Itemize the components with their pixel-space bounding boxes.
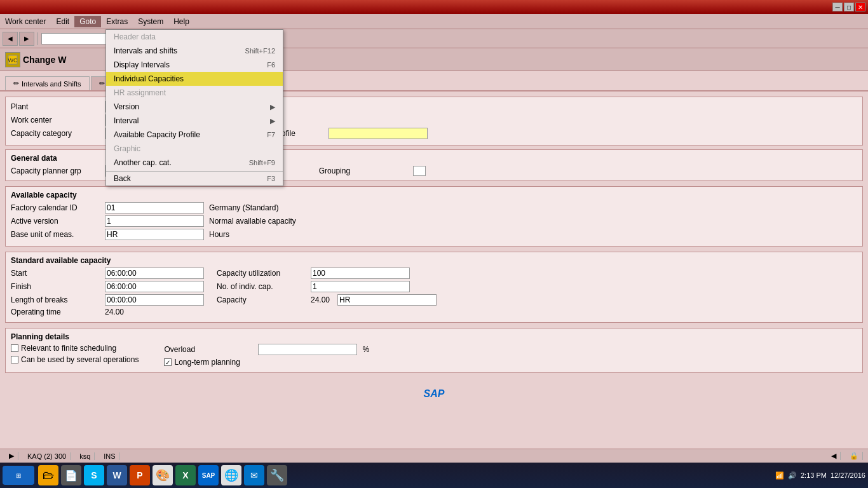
grouping-row: Grouping — [319, 166, 426, 176]
status-session: KAQ (2) 300 — [24, 452, 71, 460]
no-indiv-cap-input[interactable] — [311, 281, 410, 292]
standard-capacity-left: Start Finish Length of breaks Operating … — [11, 268, 204, 318]
dropdown-version[interactable]: Version ▶ — [106, 100, 283, 114]
start-label: Start — [11, 269, 100, 278]
grouping-label: Grouping — [319, 166, 408, 175]
factory-calendar-desc: Germany (Standard) — [209, 203, 278, 212]
can-be-used-checkbox[interactable] — [11, 356, 18, 363]
taskbar-icon-sap[interactable]: SAP — [198, 465, 219, 485]
length-breaks-label: Length of breaks — [11, 295, 100, 304]
active-version-input[interactable] — [105, 215, 204, 227]
capacity-utilization-label: Capacity utilization — [217, 269, 306, 278]
dropdown-interval[interactable]: Interval ▶ — [106, 114, 283, 128]
sap-logo-area: SAP — [5, 386, 863, 402]
work-center-label: Work center — [11, 116, 100, 125]
sap-logo: SAP — [5, 386, 863, 402]
active-version-desc: Normal available capacity — [209, 217, 296, 226]
start-input[interactable] — [105, 268, 204, 279]
menu-help[interactable]: Help — [168, 16, 194, 27]
dropdown-intervals-shifts[interactable]: Intervals and shifts Shift+F12 — [106, 44, 283, 58]
available-capacity-title: Available capacity — [11, 191, 857, 200]
taskbar-volume-icon: 🔊 — [788, 471, 797, 480]
dropdown-another-cap[interactable]: Another cap. cat. Shift+F9 — [106, 156, 283, 170]
factory-calendar-input[interactable] — [105, 202, 204, 214]
overload-row: Overload % — [164, 344, 369, 355]
planning-details-title: Planning details — [11, 332, 857, 341]
active-version-row: Active version Normal available capacity — [11, 215, 857, 227]
tab-intervals-shifts-icon: ✏ — [13, 79, 19, 88]
goto-dropdown-menu: Header data Intervals and shifts Shift+F… — [105, 29, 283, 186]
menu-extras[interactable]: Extras — [101, 16, 133, 27]
title-bar: ─ □ ✕ — [0, 0, 868, 14]
taskbar-icon-word[interactable]: W — [107, 465, 127, 485]
finish-input[interactable] — [105, 281, 204, 292]
taskbar-icon-outlook[interactable]: ✉ — [244, 465, 264, 485]
base-unit-row: Base unit of meas. Hours — [11, 229, 857, 240]
plant-label: Plant — [11, 102, 100, 111]
start-button[interactable]: ⊞ — [3, 466, 34, 485]
planning-details-right: Overload % Long-term planning — [164, 344, 369, 369]
dropdown-display-intervals[interactable]: Display Intervals F6 — [106, 58, 283, 72]
can-be-used-row: Can be used by several operations — [11, 355, 139, 364]
factory-calendar-label: Factory calendar ID — [11, 203, 100, 212]
standard-capacity-section: Standard available capacity Start Finish… — [5, 252, 863, 323]
standard-capacity-title: Standard available capacity — [11, 256, 857, 265]
svg-text:WC: WC — [8, 57, 18, 64]
taskbar-icon-excel[interactable]: X — [175, 465, 196, 485]
capacity-category-label: Capacity category — [11, 129, 100, 138]
menu-system[interactable]: System — [133, 16, 168, 27]
planning-details-content: Relevant to finite scheduling Can be use… — [11, 344, 857, 369]
taskbar-icon-skype[interactable]: S — [84, 465, 104, 485]
close-button[interactable]: ✕ — [855, 3, 865, 11]
dropdown-available-capacity-profile[interactable]: Available Capacity Profile F7 — [106, 128, 283, 142]
planning-details-section: Planning details Relevant to finite sche… — [5, 328, 863, 373]
available-capacity-profile-input[interactable] — [329, 128, 428, 139]
menu-bar: Work center Edit Goto Extras System Help… — [0, 14, 868, 29]
taskbar-icon-paint[interactable]: 🎨 — [153, 465, 173, 485]
back-button[interactable]: ◀ — [3, 32, 18, 46]
tab-reference-icon: ✏ — [99, 79, 105, 88]
taskbar-icon-chrome[interactable]: 🌐 — [221, 465, 241, 485]
forward-button[interactable]: ▶ — [19, 32, 34, 46]
taskbar-icon-docs[interactable]: 📄 — [61, 465, 81, 485]
taskbar: ⊞ 🗁 📄 S W P 🎨 X SAP 🌐 ✉ 🔧 📶 🔊 2:13 PM 12… — [0, 463, 868, 488]
taskbar-icon-files[interactable]: 🗁 — [38, 465, 58, 485]
finish-label: Finish — [11, 282, 100, 291]
taskbar-icon-powerpoint[interactable]: P — [130, 465, 150, 485]
taskbar-icon-tool[interactable]: 🔧 — [267, 465, 287, 485]
dropdown-hr-assignment: HR assignment — [106, 86, 283, 100]
length-breaks-input[interactable] — [105, 294, 204, 306]
taskbar-network-icon: 📶 — [775, 471, 784, 480]
dropdown-individual-capacities[interactable]: Individual Capacities — [106, 72, 283, 86]
grouping-input[interactable] — [413, 166, 426, 176]
status-scroll-right[interactable]: 🔒 — [846, 452, 863, 460]
overload-input[interactable] — [258, 344, 357, 355]
available-capacity-section: Available capacity Factory calendar ID G… — [5, 186, 863, 247]
long-term-label: Long-term planning — [174, 358, 240, 367]
tab-intervals-shifts[interactable]: ✏ Intervals and Shifts — [5, 76, 90, 90]
capacity-utilization-input[interactable] — [311, 268, 410, 279]
menu-goto[interactable]: Goto — [74, 16, 101, 27]
no-indiv-cap-label: No. of indiv. cap. — [217, 282, 306, 291]
status-scroll-left[interactable]: ◀ — [827, 452, 841, 460]
can-be-used-label: Can be used by several operations — [21, 355, 139, 364]
base-unit-input[interactable] — [105, 229, 204, 240]
menu-edit[interactable]: Edit — [51, 16, 74, 27]
base-unit-desc: Hours — [209, 230, 229, 239]
capacity-unit-input[interactable] — [337, 294, 437, 306]
title-bar-buttons[interactable]: ─ □ ✕ — [832, 3, 865, 11]
overload-unit: % — [362, 345, 369, 354]
dropdown-header-data: Header data — [106, 30, 283, 44]
long-term-checkbox[interactable] — [164, 358, 172, 366]
operating-time-label: Operating time — [11, 308, 100, 316]
status-bar: ▶ KAQ (2) 300 ksq INS ◀ 🔒 — [0, 449, 868, 463]
maximize-button[interactable]: □ — [844, 3, 854, 11]
dropdown-back[interactable]: Back F3 — [106, 171, 283, 186]
minimize-button[interactable]: ─ — [832, 3, 843, 11]
menu-work-center[interactable]: Work center — [0, 16, 51, 27]
planning-details-left: Relevant to finite scheduling Can be use… — [11, 344, 139, 369]
relevant-finite-checkbox[interactable] — [11, 344, 18, 352]
taskbar-date: 12/27/2016 — [831, 471, 865, 479]
standard-capacity-content: Start Finish Length of breaks Operating … — [11, 268, 857, 318]
operating-time-row: Operating time 24.00 — [11, 308, 204, 316]
